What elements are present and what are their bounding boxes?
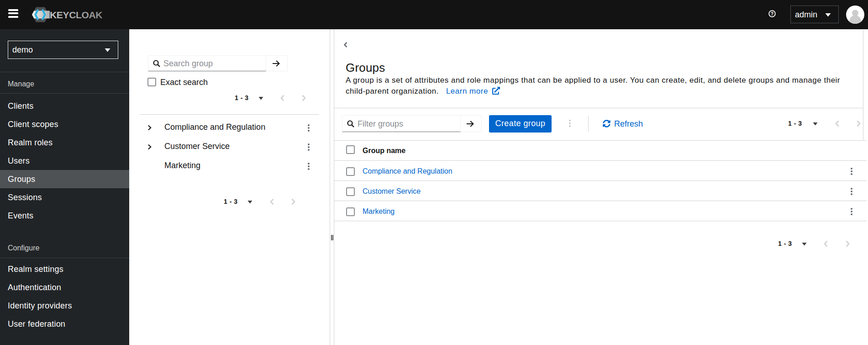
svg-text:KEYCLOAK: KEYCLOAK — [50, 10, 102, 20]
svg-text:?: ? — [771, 11, 773, 16]
